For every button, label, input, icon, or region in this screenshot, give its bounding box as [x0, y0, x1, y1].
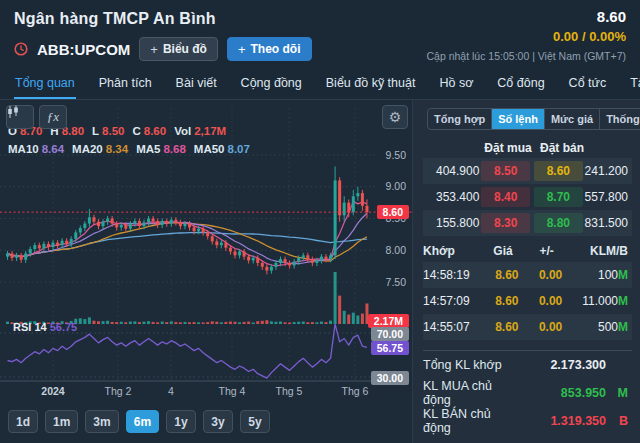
- y-axis-tick: 9.00: [386, 180, 406, 192]
- sell-price: 8.80: [534, 213, 583, 233]
- rsi-value: 56.75: [50, 321, 78, 333]
- summary-value: 853.950: [520, 386, 606, 400]
- watch-label: Theo dõi: [251, 42, 301, 56]
- timeframe-6m[interactable]: 6m: [126, 410, 159, 433]
- sell-header: Đặt bán: [537, 138, 587, 158]
- match-volume: 100: [562, 268, 618, 282]
- match-side: B: [619, 346, 632, 348]
- nav-tab-8[interactable]: Cổ tức: [568, 72, 608, 99]
- rsi-level-badge: 56.75: [371, 341, 409, 355]
- match-row[interactable]: 14:58:198.600.00100M: [423, 262, 632, 288]
- timeframe-1m[interactable]: 1m: [45, 410, 78, 433]
- match-change: 0.00: [519, 268, 563, 282]
- nav-tab-1[interactable]: Tổng quan: [14, 72, 76, 99]
- orderbook-row[interactable]: 404.9008.508.60241.200: [423, 158, 632, 184]
- nav-tab-6[interactable]: Hồ sơ: [438, 72, 474, 99]
- indicators-button[interactable]: ƒx: [39, 105, 67, 129]
- timeframe-3y[interactable]: 3y: [203, 410, 233, 433]
- rsi-label: RSI 14: [13, 321, 47, 333]
- legend-key: L: [92, 125, 99, 137]
- chart-type-button[interactable]: [6, 105, 34, 129]
- match-time: 14:55:00: [423, 346, 481, 348]
- match-time: 14:58:19: [423, 268, 481, 282]
- add-chart-button[interactable]: + Biểu đồ: [139, 37, 218, 61]
- sell-volume: 557.800: [585, 190, 632, 204]
- summary-label: Tổng KL khớp: [423, 358, 520, 372]
- matches-col-header: +/-: [513, 244, 554, 258]
- timeframe-1d[interactable]: 1d: [8, 410, 38, 433]
- legend-key: C: [132, 125, 140, 137]
- summary-label: KL BÁN chủ động: [423, 407, 520, 435]
- plus-icon: +: [150, 42, 158, 57]
- nav-tab-5[interactable]: Biểu đồ kỹ thuật: [325, 72, 417, 99]
- panel-tab-2[interactable]: Số lệnh: [491, 109, 544, 129]
- y-axis-tick: 7.50: [386, 276, 406, 288]
- summary-side: B: [606, 414, 632, 428]
- x-axis-tick: Thg 2: [105, 385, 132, 397]
- panel-tab-3[interactable]: Mức giá: [544, 109, 599, 129]
- matches-col-header: KL: [554, 244, 606, 258]
- chart-section: ƒx ⚙ O8.70H8.80L8.50C8.60Vol2,17M MA108.…: [0, 100, 412, 443]
- nav-tab-4[interactable]: Cộng đồng: [240, 72, 303, 99]
- match-side: M: [618, 294, 632, 308]
- y-axis-tick: 8.00: [386, 244, 406, 256]
- summary-row: Tổng KL khớp2.173.300: [423, 351, 632, 379]
- nav-tab-3[interactable]: Bài viết: [175, 72, 218, 99]
- y-axis-tick: 9.50: [386, 149, 406, 161]
- ticker-symbol: ABB:UPCOM: [37, 41, 130, 58]
- timeframe-5y[interactable]: 5y: [240, 410, 270, 433]
- ma-key: MA50: [194, 143, 225, 155]
- panel-tab-1[interactable]: Tổng hợp: [428, 109, 491, 129]
- ma-value: 8.34: [106, 143, 128, 155]
- timeframe-3m[interactable]: 3m: [85, 410, 118, 433]
- match-row[interactable]: 14:55:078.600.00500M: [423, 314, 632, 340]
- ma-value: 8.64: [42, 143, 64, 155]
- x-axis-tick: Thg 4: [219, 385, 246, 397]
- chart-settings-button[interactable]: ⚙: [382, 105, 408, 129]
- match-change: 0.00: [519, 294, 563, 308]
- fx-icon: ƒx: [47, 109, 59, 125]
- current-price: 8.60: [426, 8, 626, 25]
- match-price: 8.60: [481, 268, 519, 282]
- match-row[interactable]: 14:57:098.600.0011.000M: [423, 288, 632, 314]
- matches-header: KhớpGiá+/-KLM/B: [423, 240, 632, 262]
- x-axis-tick: 4: [168, 385, 174, 397]
- summary-row: KL MUA chủ động853.950M: [423, 379, 632, 407]
- watch-button[interactable]: + Theo dõi: [227, 37, 312, 61]
- price-chart[interactable]: ƒx ⚙ O8.70H8.80L8.50C8.60Vol2,17M MA108.…: [0, 100, 412, 402]
- rsi-legend: RSI 14 56.75: [13, 321, 77, 333]
- match-row[interactable]: 14:55:008.50-0.103.800B: [423, 340, 632, 348]
- buy-volume: 155.800: [423, 216, 479, 230]
- match-volume: 500: [562, 320, 618, 334]
- summary-value: 2.173.300: [520, 358, 606, 372]
- match-price: 8.60: [481, 320, 519, 334]
- timeframe-1y[interactable]: 1y: [166, 410, 196, 433]
- orderbook-row[interactable]: 155.8008.308.80831.500: [423, 210, 632, 236]
- ma-key: MA10: [8, 143, 39, 155]
- x-axis-tick: Thg 5: [276, 385, 303, 397]
- sell-volume: 831.500: [585, 216, 632, 230]
- x-axis-tick: Thg 6: [342, 385, 369, 397]
- order-panel: Tổng hợpSố lệnhMức giáThống kê Đặt mua Đ…: [412, 100, 640, 443]
- timeframe-row: 1d1m3m6m1y3y5y: [0, 402, 412, 441]
- match-time: 14:57:09: [423, 294, 481, 308]
- add-chart-label: Biểu đồ: [163, 42, 207, 56]
- price-change: 0.00 / 0.00%: [426, 29, 626, 44]
- nav-tab-7[interactable]: Cổ đông: [496, 72, 545, 99]
- panel-tab-4[interactable]: Thống kê: [599, 109, 640, 129]
- matches-col-header: Khớp: [423, 244, 477, 258]
- nav-tabbar: Tổng quanPhân tíchBài viếtCộng đồngBiểu …: [0, 72, 640, 100]
- sell-price: 8.70: [534, 187, 583, 207]
- nav-tab-9[interactable]: Tài chính: [629, 72, 640, 99]
- orderbook-row[interactable]: 353.4008.408.70557.800: [423, 184, 632, 210]
- buy-price: 8.50: [481, 161, 530, 181]
- match-side: M: [618, 320, 632, 334]
- clock-icon: [14, 42, 28, 56]
- nav-tab-2[interactable]: Phân tích: [98, 72, 153, 99]
- volume-summary: Tổng KL khớp2.173.300KL MUA chủ động853.…: [423, 350, 632, 435]
- buy-header: Đặt mua: [483, 138, 533, 158]
- match-time: 14:55:07: [423, 320, 481, 334]
- match-change: 0.00: [519, 320, 563, 334]
- rsi-level-badge: 30.00: [371, 371, 409, 385]
- summary-side: M: [606, 386, 632, 400]
